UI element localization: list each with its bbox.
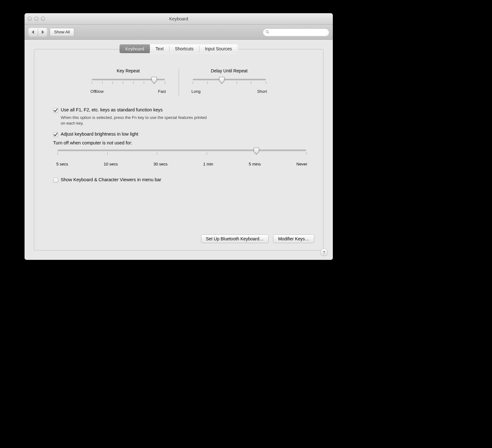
- show-viewers-checkbox[interactable]: [53, 178, 58, 183]
- tab-input-sources[interactable]: Input Sources: [199, 44, 238, 53]
- backlight-label: Turn off when computer is not used for:: [53, 140, 310, 145]
- minimize-window-button[interactable]: [34, 17, 38, 21]
- backlight-labels: 5 secs 10 secs 30 secs 1 min 5 mins Neve…: [56, 162, 307, 166]
- question-mark-icon: ?: [323, 250, 325, 255]
- brightness-checkbox[interactable]: [53, 132, 58, 137]
- delay-repeat-title: Delay Until Repeat: [192, 68, 267, 73]
- check-icon: [54, 109, 58, 112]
- tabs: Keyboard Text Shortcuts Input Sources: [34, 44, 323, 53]
- search-field[interactable]: [263, 28, 329, 36]
- show-all-button[interactable]: Show All: [50, 28, 74, 36]
- tab-shortcuts[interactable]: Shortcuts: [169, 44, 199, 53]
- slider-thumb[interactable]: [219, 77, 225, 84]
- show-viewers-label: Show Keyboard & Character Viewers in men…: [61, 177, 161, 182]
- toolbar: Show All: [25, 25, 333, 40]
- key-repeat-block: Key Repeat Off Slow Fast: [84, 68, 172, 97]
- vertical-divider: [179, 68, 179, 97]
- window-controls: [28, 17, 45, 21]
- modifier-keys-button[interactable]: Modifier Keys…: [273, 234, 314, 243]
- forward-button[interactable]: [38, 28, 47, 36]
- back-button[interactable]: [28, 28, 38, 36]
- fn-keys-label: Use all F1, F2, etc. keys as standard fu…: [61, 107, 163, 112]
- slider-thumb[interactable]: [254, 148, 259, 154]
- delay-repeat-slider[interactable]: [193, 78, 266, 85]
- titlebar: Keyboard: [25, 13, 333, 25]
- slider-thumb[interactable]: [151, 77, 157, 84]
- panel: Keyboard Text Shortcuts Input Sources Ke…: [34, 49, 323, 250]
- help-button[interactable]: ?: [320, 249, 328, 256]
- tab-keyboard[interactable]: Keyboard: [120, 44, 150, 53]
- preferences-window: Keyboard Show All Keyboard Text: [25, 13, 333, 260]
- show-viewers-row: Show Keyboard & Character Viewers in men…: [53, 177, 310, 183]
- key-repeat-labels: Off Slow Fast: [91, 89, 166, 94]
- backlight-slider-block: 5 secs 10 secs 30 secs 1 min 5 mins Neve…: [56, 148, 307, 166]
- tab-text[interactable]: Text: [150, 44, 169, 53]
- fn-keys-checkbox[interactable]: [53, 108, 58, 113]
- sliders-row: Key Repeat Off Slow Fast: [47, 68, 310, 97]
- fn-keys-row: Use all F1, F2, etc. keys as standard fu…: [53, 107, 310, 113]
- search-icon: [266, 30, 269, 34]
- fn-keys-description: When this option is selected, press the …: [61, 115, 212, 126]
- svg-line-1: [268, 32, 269, 33]
- zoom-window-button[interactable]: [41, 17, 45, 21]
- brightness-label: Adjust keyboard brightness in low light: [61, 132, 138, 137]
- bottom-buttons: Set Up Bluetooth Keyboard… Modifier Keys…: [201, 234, 314, 243]
- close-window-button[interactable]: [28, 17, 32, 21]
- search-input[interactable]: [271, 30, 327, 34]
- backlight-slider[interactable]: [58, 148, 306, 156]
- key-repeat-title: Key Repeat: [91, 68, 166, 73]
- check-icon: [54, 133, 58, 137]
- tab-group: Keyboard Text Shortcuts Input Sources: [120, 44, 238, 53]
- key-repeat-slider[interactable]: [92, 78, 165, 85]
- window-title: Keyboard: [25, 16, 333, 21]
- chevron-right-icon: [41, 30, 44, 34]
- delay-repeat-labels: Long Short: [192, 89, 267, 94]
- brightness-row: Adjust keyboard brightness in low light: [53, 132, 310, 137]
- options: Use all F1, F2, etc. keys as standard fu…: [53, 107, 310, 183]
- delay-repeat-block: Delay Until Repeat Long Short: [185, 68, 273, 97]
- chevron-left-icon: [31, 30, 35, 34]
- bluetooth-keyboard-button[interactable]: Set Up Bluetooth Keyboard…: [201, 234, 269, 243]
- content-area: Keyboard Text Shortcuts Input Sources Ke…: [25, 40, 333, 260]
- show-all-label: Show All: [54, 30, 70, 34]
- nav-back-forward: [28, 28, 47, 36]
